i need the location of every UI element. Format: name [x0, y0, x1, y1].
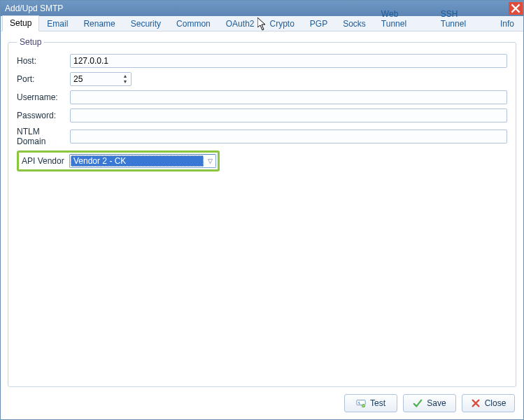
username-input[interactable]	[70, 90, 507, 104]
window-close-button[interactable]	[509, 2, 523, 15]
password-label: Password:	[17, 111, 70, 120]
tab-strip: Setup Email Rename Security Common OAuth…	[1, 16, 523, 31]
tab-webtunnel[interactable]: Web Tunnel	[374, 6, 433, 31]
test-button[interactable]: Test	[344, 394, 397, 412]
port-label: Port:	[17, 74, 70, 84]
api-vendor-label: API Vendor	[20, 156, 69, 166]
spin-down-icon[interactable]: ▼	[120, 79, 130, 85]
x-icon	[471, 398, 481, 408]
ntlm-label: NTLM Domain	[17, 127, 70, 146]
api-vendor-selected: Vendor 2 - CK	[71, 155, 204, 167]
password-input[interactable]	[70, 108, 507, 122]
save-button[interactable]: Save	[403, 394, 456, 412]
chevron-down-icon: ▽	[204, 158, 215, 164]
host-input[interactable]	[70, 54, 507, 68]
save-button-label: Save	[427, 398, 446, 408]
host-label: Host:	[17, 56, 70, 66]
spin-up-icon[interactable]: ▲	[120, 74, 130, 79]
tab-crypto[interactable]: Crypto	[262, 16, 302, 31]
close-button[interactable]: Close	[462, 394, 515, 412]
api-vendor-highlight: API Vendor Vendor 2 - CK ▽	[17, 150, 220, 172]
tab-security[interactable]: Security	[123, 16, 169, 31]
close-button-label: Close	[485, 398, 507, 408]
tab-common[interactable]: Common	[169, 16, 218, 31]
tab-info[interactable]: Info	[493, 16, 522, 31]
client-area: Setup Host: Port: ▲ ▼ Username: Password…	[1, 31, 523, 419]
setup-groupbox: Setup Host: Port: ▲ ▼ Username: Password…	[8, 37, 516, 387]
tab-rename[interactable]: Rename	[76, 16, 122, 31]
port-spinner[interactable]: ▲ ▼	[120, 74, 130, 85]
tab-pgp[interactable]: PGP	[302, 16, 335, 31]
groupbox-legend: Setup	[17, 37, 44, 47]
test-icon	[356, 398, 366, 408]
tab-setup[interactable]: Setup	[2, 15, 39, 31]
username-label: Username:	[17, 92, 70, 102]
tab-sshtunnel[interactable]: SSH Tunnel	[433, 6, 493, 31]
check-icon	[413, 398, 423, 408]
ntlm-domain-input[interactable]	[70, 130, 507, 144]
tab-oauth2[interactable]: OAuth2	[218, 16, 262, 31]
tab-email[interactable]: Email	[39, 16, 76, 31]
tab-socks[interactable]: Socks	[335, 16, 374, 31]
button-bar: Test Save Close	[344, 394, 515, 412]
api-vendor-combo[interactable]: Vendor 2 - CK ▽	[69, 154, 216, 168]
test-button-label: Test	[370, 398, 385, 408]
close-icon	[511, 4, 521, 13]
